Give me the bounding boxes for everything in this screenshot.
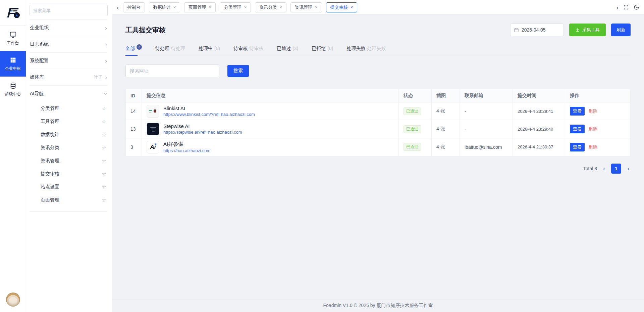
filter-tab-rejected[interactable]: 已拒绝 (0) — [312, 46, 333, 55]
tab-data-stats[interactable]: 数据统计 × — [149, 2, 180, 12]
prev-page-icon[interactable]: ‹ — [602, 166, 606, 172]
star-icon[interactable]: ☆ — [102, 132, 106, 138]
close-icon[interactable]: × — [173, 5, 176, 9]
sidebar-subitem-page-mgmt[interactable]: 页面管理 ☆ — [26, 193, 112, 207]
star-icon[interactable]: ☆ — [102, 158, 106, 164]
filter-tab-all[interactable]: 全部 3 — [125, 46, 142, 55]
status-badge: 已通过 — [404, 143, 421, 151]
cell-id: 14 — [126, 102, 142, 120]
tool-name: Stepwise AI — [163, 123, 242, 129]
sidebar-subitem-data-stats[interactable]: 数据统计 ☆ — [26, 128, 112, 141]
tool-thumbnail[interactable]: Ai✦ — [147, 141, 159, 153]
delete-link[interactable]: 删除 — [589, 126, 597, 132]
collect-tools-button[interactable]: 采集工具 — [569, 24, 606, 36]
page-title: 工具提交审核 — [125, 26, 166, 35]
chevron-right-icon: › — [105, 58, 107, 64]
pagination-total: Total 3 — [583, 166, 597, 171]
count-badge: 3 — [137, 44, 142, 50]
filter-tab-pending[interactable]: 待处理 待处理 — [155, 46, 185, 55]
sidebar-subitem-category-mgmt[interactable]: 分类管理 ☆ — [26, 102, 112, 115]
cell-email: - — [460, 120, 513, 138]
fullscreen-icon[interactable] — [623, 4, 629, 10]
cell-email: ibaituo@sina.com — [460, 138, 513, 156]
star-icon[interactable]: ☆ — [102, 145, 106, 151]
close-icon[interactable]: × — [244, 5, 247, 9]
star-icon[interactable]: ☆ — [102, 184, 106, 190]
tab-submission-review[interactable]: 提交审核 × — [326, 2, 358, 12]
tab-label: 页面管理 — [189, 4, 206, 10]
close-icon[interactable]: × — [351, 5, 353, 9]
tool-url-link[interactable]: https://stepwise.ai?ref=hao.aizhaozi.com — [163, 130, 242, 135]
sidebar-item-ai-nav[interactable]: AI导航 › — [26, 86, 112, 102]
filter-sub-label: 待处理 — [171, 46, 185, 52]
tab-console[interactable]: 控制台 — [123, 2, 145, 12]
tab-news-category[interactable]: 资讯分类 × — [255, 2, 286, 12]
next-page-icon[interactable]: › — [626, 166, 631, 172]
tool-url-link[interactable]: https://www.blinkist.com/?ref=hao.aizhao… — [163, 112, 255, 117]
filter-label: 处理中 — [199, 46, 213, 52]
tab-label: 分类管理 — [224, 4, 241, 10]
dark-mode-moon-icon[interactable] — [634, 4, 639, 10]
sidebar-item-log-system[interactable]: 日志系统 › — [26, 36, 112, 52]
sidebar-item-media-library[interactable]: 媒体库 叶子 › — [26, 69, 112, 85]
view-button[interactable]: 查看 — [570, 143, 585, 151]
view-button[interactable]: 查看 — [570, 107, 585, 116]
date-picker[interactable]: 2026-04-05 — [510, 24, 564, 36]
tabs-scroll-left-icon[interactable]: ‹ — [117, 4, 119, 11]
sidebar-subitem-tool-mgmt[interactable]: 工具管理 ☆ — [26, 115, 112, 128]
sidebar-subitem-label: 数据统计 — [41, 132, 102, 138]
cell-time: 2026-4-4 23:29:40 — [513, 120, 565, 138]
filter-label: 待处理 — [155, 46, 169, 52]
submissions-table: ID 提交信息 状态 截图 联系邮箱 提交时间 操作 14 Blinkist A… — [125, 89, 631, 156]
star-icon[interactable]: ☆ — [102, 105, 106, 112]
star-icon[interactable]: ☆ — [102, 197, 106, 203]
sidebar: 企业组织 › 日志系统 › 系统配置 › 媒体库 叶子 › AI导航 › 分类管… — [26, 0, 112, 312]
tab-category-mgmt[interactable]: 分类管理 × — [220, 2, 251, 12]
sidebar-item-label: 系统配置 — [30, 58, 105, 64]
tabs-scroll-right-icon[interactable]: › — [616, 4, 619, 11]
filter-tab-awaiting-review[interactable]: 待审核 待审核 — [233, 46, 263, 55]
close-icon[interactable]: × — [209, 5, 211, 9]
filter-tab-failed[interactable]: 处理失败 处理失败 — [346, 46, 386, 55]
menu-search-input[interactable] — [30, 5, 108, 16]
close-icon[interactable]: × — [279, 5, 282, 9]
filter-sub-label: (0) — [214, 46, 220, 51]
close-icon[interactable]: × — [315, 5, 318, 9]
sidebar-subitem-submission-review[interactable]: 提交审核 ☆ — [26, 167, 112, 180]
view-button[interactable]: 查看 — [570, 125, 585, 133]
status-filter-tabs: 全部 3 待处理 待处理 处理中 (0) 待审核 待审核 已通过 (3) 已拒绝… — [125, 46, 631, 56]
grid-icon — [9, 56, 17, 64]
tool-url-link[interactable]: https://hao.aizhaozi.com — [163, 148, 210, 153]
star-icon[interactable]: ☆ — [102, 119, 106, 125]
sidebar-subitem-news-category[interactable]: 资讯分类 ☆ — [26, 141, 112, 154]
refresh-button[interactable]: 刷新 — [611, 24, 631, 36]
sidebar-subitem-news-mgmt[interactable]: 资讯管理 ☆ — [26, 154, 112, 167]
delete-link[interactable]: 删除 — [589, 108, 597, 114]
cell-screenshots: 4 张 — [432, 138, 460, 156]
sidebar-subitem-site-settings[interactable]: 站点设置 ☆ — [26, 180, 112, 193]
tool-thumbnail[interactable] — [147, 105, 159, 118]
search-button[interactable]: 搜索 — [227, 65, 249, 77]
tool-thumbnail[interactable] — [147, 123, 159, 135]
sidebar-subitem-label: 页面管理 — [41, 197, 102, 203]
tab-page-mgmt[interactable]: 页面管理 × — [184, 2, 216, 12]
table-header-row: ID 提交信息 状态 截图 联系邮箱 提交时间 操作 — [126, 89, 630, 102]
rail-item-workbench[interactable]: 工作台 — [0, 26, 26, 51]
col-header-id: ID — [126, 89, 142, 102]
filter-tab-approved[interactable]: 已通过 (3) — [277, 46, 298, 55]
filter-tab-processing[interactable]: 处理中 (0) — [199, 46, 220, 55]
user-avatar[interactable] — [6, 293, 20, 307]
rail-item-label: 超级中心 — [5, 91, 21, 97]
tab-news-mgmt[interactable]: 资讯管理 × — [290, 2, 322, 12]
page-number-button[interactable]: 1 — [611, 164, 621, 174]
rail-item-label: 工作台 — [7, 40, 19, 46]
url-search-input[interactable] — [125, 64, 219, 77]
rail-item-super-center[interactable]: 超级中心 — [0, 77, 26, 102]
rail-item-enterprise-hub[interactable]: 企业中枢 — [0, 51, 26, 77]
delete-link[interactable]: 删除 — [589, 144, 597, 150]
chevron-right-icon: › — [105, 25, 107, 31]
star-icon[interactable]: ☆ — [102, 171, 106, 177]
sidebar-item-enterprise-org[interactable]: 企业组织 › — [26, 20, 112, 36]
sidebar-item-system-config[interactable]: 系统配置 › — [26, 53, 112, 69]
filter-sub-label: 处理失败 — [367, 46, 386, 52]
